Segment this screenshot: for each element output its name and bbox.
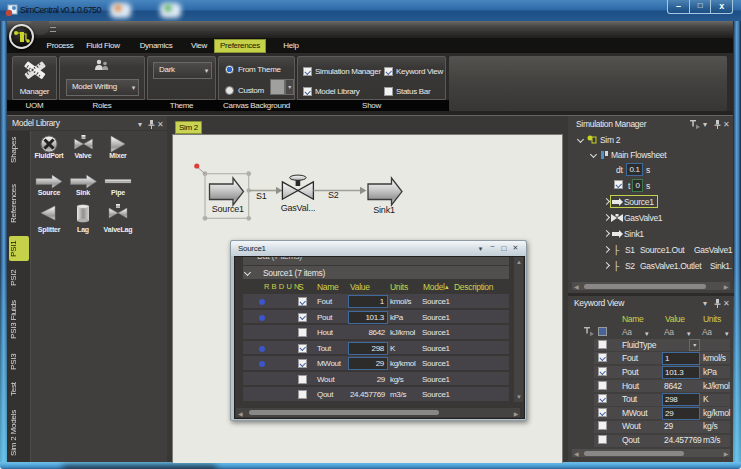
svg-text:S1: S1 — [256, 191, 267, 201]
svg-text:S2: S2 — [328, 190, 339, 200]
svg-text:Sink1: Sink1 — [373, 205, 395, 215]
svg-text:GasVal...: GasVal... — [281, 203, 316, 213]
svg-text:Source1: Source1 — [212, 204, 244, 214]
